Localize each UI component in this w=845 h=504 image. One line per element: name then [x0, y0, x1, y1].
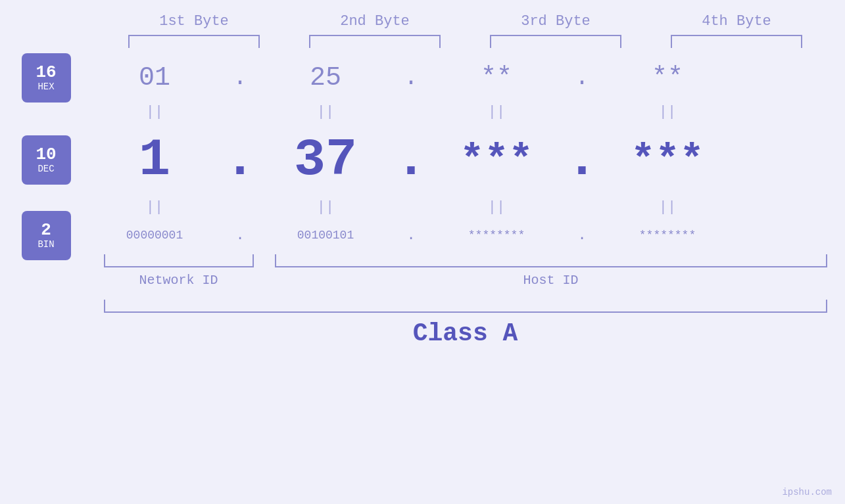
hex-val-4: **: [652, 63, 683, 93]
bin-cell-3: ********: [424, 229, 569, 242]
dec-val-1: 1: [139, 130, 170, 190]
eq1-val-2: ||: [317, 104, 334, 120]
class-bracket: [104, 300, 827, 313]
dec-data-row: 1 . 37 . *** . ***: [82, 124, 806, 196]
dec-badge-label: DEC: [37, 164, 54, 174]
hex-data-row: 01 . 25 . ** . **: [82, 55, 806, 101]
hex-sep-1: .: [227, 64, 253, 91]
network-host-labels: Network ID Host ID: [104, 273, 827, 288]
bin-val-2: 00100101: [297, 229, 354, 242]
hex-cell-3: **: [424, 63, 569, 93]
hex-sep-3: .: [569, 64, 595, 91]
top-bracket-4: [671, 35, 802, 48]
dec-cell-1: 1: [82, 130, 227, 190]
hex-badge: 16 HEX: [22, 53, 71, 103]
eq1-val-3: ||: [488, 104, 505, 120]
byte1-header: 1st Byte: [122, 13, 266, 30]
eq1-cell-2: ||: [253, 104, 398, 120]
bin-sep-1: .: [227, 227, 253, 244]
hex-val-2: 25: [310, 63, 341, 93]
eq2-cell-3: ||: [424, 199, 569, 216]
bin-cell-1: 00000001: [82, 229, 227, 242]
dec-val-2: 37: [294, 130, 357, 190]
bottom-brackets: [104, 254, 827, 267]
dec-cell-2: 37: [253, 130, 398, 190]
dec-val-3: ***: [460, 137, 533, 183]
eq2-val-3: ||: [488, 199, 505, 216]
middle-section: 16 HEX 10 DEC 2 BIN: [0, 55, 845, 252]
top-brackets-row: [104, 35, 827, 48]
class-label-cell: Class A: [104, 319, 827, 348]
hex-val-1: 01: [139, 63, 170, 93]
badge-bin-spacer: 2 BIN: [20, 219, 72, 252]
bin-cell-2: 00100101: [253, 229, 398, 242]
dec-badge: 10 DEC: [22, 135, 71, 185]
eq1-cell-1: ||: [82, 104, 227, 120]
hex-val-3: **: [481, 63, 512, 93]
hex-cell-4: **: [595, 63, 740, 93]
bin-badge: 2 BIN: [22, 211, 71, 260]
eq2-cell-1: ||: [82, 199, 227, 216]
byte2-header: 2nd Byte: [302, 13, 447, 30]
byte3-header: 3rd Byte: [483, 13, 628, 30]
class-label: Class A: [413, 319, 518, 348]
main-container: 1st Byte 2nd Byte 3rd Byte 4th Byte 16 H…: [0, 0, 845, 504]
dec-cell-3: ***: [424, 137, 569, 183]
network-id-label-cell: Network ID: [104, 273, 254, 288]
badges-column: 16 HEX 10 DEC 2 BIN: [20, 55, 72, 252]
top-bracket-1: [128, 35, 260, 48]
bin-cell-4: ********: [595, 229, 740, 242]
dec-sep-2: .: [398, 130, 424, 190]
eq1-val-4: ||: [659, 104, 676, 120]
bin-val-1: 00000001: [126, 229, 183, 242]
bottom-section: Network ID Host ID Class A: [104, 252, 827, 348]
dec-cell-4: ***: [595, 137, 740, 183]
bin-val-3: ********: [468, 229, 525, 242]
hex-badge-label: HEX: [37, 81, 54, 92]
network-id-label: Network ID: [139, 273, 218, 288]
top-bracket-3: [490, 35, 621, 48]
bin-sep-3: .: [569, 227, 595, 244]
eq1-cell-3: ||: [424, 104, 569, 120]
dec-badge-number: 10: [36, 145, 56, 164]
bin-sep-2: .: [398, 227, 424, 244]
host-id-label-cell: Host ID: [275, 273, 827, 288]
eq2-cell-2: ||: [253, 199, 398, 216]
eq-spacer-1: [20, 101, 72, 124]
byte4-header: 4th Byte: [664, 13, 809, 30]
bin-badge-number: 2: [41, 221, 51, 240]
watermark: ipshu.com: [782, 487, 832, 497]
eq-row-2: || || || ||: [82, 196, 806, 219]
data-rows: 01 . 25 . ** . **: [82, 55, 806, 252]
dec-sep-1: .: [227, 130, 253, 190]
eq1-cell-4: ||: [595, 104, 740, 120]
eq1-val-1: ||: [146, 104, 163, 120]
eq2-val-1: ||: [146, 199, 163, 216]
dec-sep-3: .: [569, 130, 595, 190]
dec-val-4: ***: [631, 137, 704, 183]
hex-sep-2: .: [398, 64, 424, 91]
hex-cell-2: 25: [253, 63, 398, 93]
host-id-label: Host ID: [523, 273, 578, 288]
hex-cell-1: 01: [82, 63, 227, 93]
byte-headers-row: 1st Byte 2nd Byte 3rd Byte 4th Byte: [104, 13, 827, 30]
eq2-cell-4: ||: [595, 199, 740, 216]
hex-badge-number: 16: [36, 63, 56, 82]
eq2-val-4: ||: [659, 199, 676, 216]
network-bracket: [104, 254, 254, 267]
badge-hex-spacer: 16 HEX: [20, 55, 72, 101]
eq2-val-2: ||: [317, 199, 334, 216]
bin-data-row: 00000001 . 00100101 . ******** .: [82, 219, 806, 252]
bin-badge-label: BIN: [37, 239, 54, 250]
top-bracket-2: [309, 35, 441, 48]
eq-row-1: || || || ||: [82, 101, 806, 124]
bin-val-4: ********: [639, 229, 696, 242]
badge-dec-spacer: 10 DEC: [20, 124, 72, 196]
host-bracket: [275, 254, 827, 267]
